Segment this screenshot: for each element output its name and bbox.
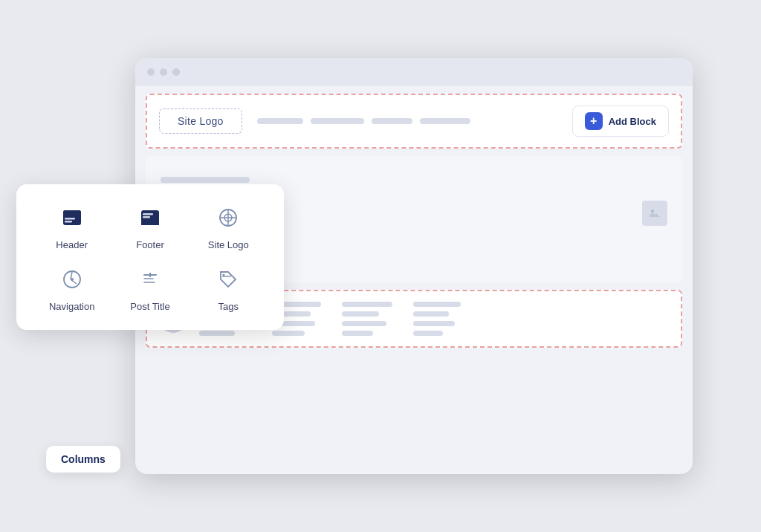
- browser-dot-1: [147, 68, 155, 76]
- svg-point-1: [651, 210, 654, 213]
- svg-rect-7: [141, 219, 159, 225]
- site-logo-icon: [213, 202, 244, 233]
- footer-line: [342, 331, 373, 336]
- header-icon: [56, 202, 88, 233]
- footer-line: [413, 331, 443, 336]
- panel-item-site-logo-label: Site Logo: [208, 239, 249, 250]
- footer-col-3: [342, 302, 392, 336]
- footer-icon: [135, 202, 166, 233]
- section-header: Site Logo + Add Block: [146, 94, 682, 149]
- scene: Site Logo + Add Block: [61, 36, 700, 496]
- panel-item-header-label: Header: [56, 239, 88, 250]
- plus-icon: +: [585, 112, 603, 130]
- tags-icon: [213, 264, 244, 295]
- site-logo-box[interactable]: Site Logo: [159, 108, 242, 134]
- panel-item-site-logo[interactable]: Site Logo: [194, 202, 263, 250]
- svg-rect-3: [63, 210, 81, 216]
- panel-item-navigation-label: Navigation: [49, 301, 94, 312]
- floating-panel: Header Footer: [16, 184, 284, 330]
- browser-dot-3: [172, 68, 180, 76]
- columns-label: Columns: [46, 446, 120, 473]
- svg-point-23: [223, 274, 225, 276]
- navigation-icon: [56, 264, 88, 295]
- browser-titlebar: [135, 58, 693, 86]
- browser-dot-2: [160, 68, 167, 76]
- panel-item-footer-label: Footer: [136, 239, 164, 250]
- plus-symbol: +: [590, 114, 597, 128]
- footer-col-4: [413, 302, 461, 336]
- content-image-placeholder: [642, 201, 667, 226]
- footer-line: [199, 331, 235, 336]
- header-nav-area: [257, 118, 557, 124]
- add-block-label: Add Block: [609, 116, 656, 127]
- footer-line: [413, 321, 455, 326]
- footer-line: [342, 311, 379, 317]
- panel-grid: Header Footer: [37, 202, 263, 312]
- footer-line: [413, 311, 449, 317]
- post-title-icon: [135, 264, 166, 295]
- panel-item-tags[interactable]: Tags: [194, 264, 263, 312]
- panel-item-post-title[interactable]: Post Title: [115, 264, 184, 312]
- footer-line: [413, 302, 461, 307]
- svg-rect-9: [143, 216, 150, 218]
- panel-item-post-title-label: Post Title: [130, 301, 169, 312]
- svg-rect-5: [65, 221, 72, 223]
- nav-line-1: [257, 118, 303, 124]
- nav-line-2: [311, 118, 364, 124]
- svg-rect-4: [65, 218, 75, 220]
- svg-point-17: [71, 278, 74, 281]
- panel-item-tags-label: Tags: [218, 301, 239, 312]
- panel-item-header[interactable]: Header: [37, 202, 106, 250]
- content-line-1: [161, 177, 250, 183]
- columns-text: Columns: [61, 453, 106, 465]
- site-logo-label: Site Logo: [178, 115, 224, 127]
- nav-line-4: [420, 118, 470, 124]
- footer-line: [342, 302, 392, 307]
- panel-item-navigation[interactable]: Navigation: [37, 264, 106, 312]
- panel-item-footer[interactable]: Footer: [115, 202, 184, 250]
- svg-rect-8: [143, 213, 153, 215]
- add-block-button[interactable]: + Add Block: [572, 106, 669, 137]
- nav-line-3: [372, 118, 412, 124]
- footer-line: [272, 331, 305, 336]
- footer-line: [342, 321, 386, 326]
